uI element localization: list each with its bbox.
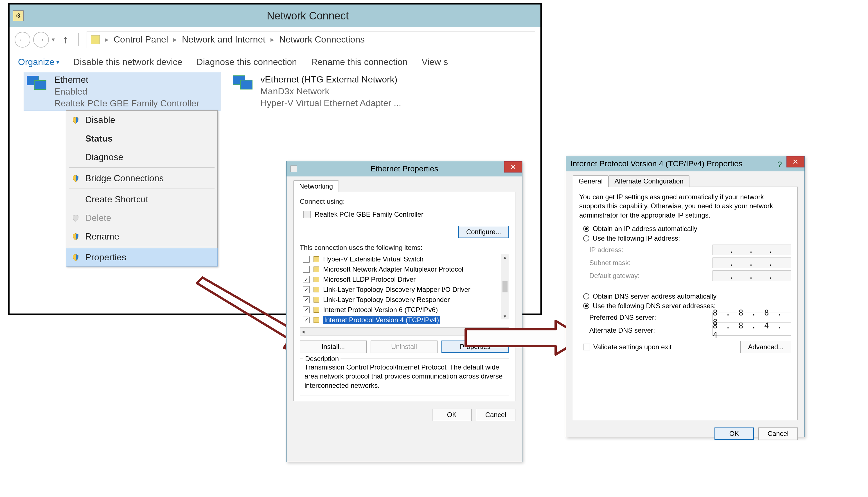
alternate-dns-field[interactable]: 8 . 8 . 4 . 4 — [712, 325, 791, 336]
help-button[interactable]: ? — [777, 159, 782, 169]
diagnose-button[interactable]: Diagnose this connection — [196, 57, 297, 67]
protocol-icon — [313, 287, 319, 293]
ok-button[interactable]: OK — [715, 427, 754, 440]
ctx-diagnose[interactable]: Diagnose — [66, 148, 217, 166]
description-title: Description — [304, 355, 340, 363]
shield-icon — [72, 232, 79, 240]
checkbox-icon[interactable]: ✓ — [303, 307, 310, 313]
protocol-icon — [313, 256, 319, 262]
shield-icon — [72, 214, 79, 222]
radio-label: Obtain an IP address automatically — [593, 225, 697, 233]
network-item[interactable]: Hyper-V Extensible Virtual Switch — [300, 254, 509, 264]
network-adapter-icon — [26, 74, 51, 99]
up-button[interactable]: ↑ — [63, 33, 68, 46]
ctx-create-shortcut[interactable]: Create Shortcut — [66, 190, 217, 209]
back-button[interactable]: ← — [15, 32, 30, 47]
ctx-bridge[interactable]: Bridge Connections — [66, 169, 217, 187]
checkbox-icon — [583, 344, 590, 350]
items-listbox[interactable]: Hyper-V Extensible Virtual SwitchMicroso… — [300, 254, 509, 336]
separator — [78, 33, 79, 46]
adapter-icon — [291, 166, 297, 172]
checkbox-icon[interactable] — [303, 266, 310, 273]
separator — [69, 188, 215, 189]
tab-networking[interactable]: Networking — [293, 180, 339, 192]
subnet-mask-field: . . . — [712, 257, 791, 268]
disable-device-button[interactable]: Disable this network device — [73, 57, 182, 67]
checkbox-icon[interactable]: ✓ — [303, 286, 310, 293]
shield-icon — [72, 253, 79, 261]
configure-button[interactable]: Configure... — [458, 226, 509, 238]
ctx-properties[interactable]: Properties — [66, 248, 218, 267]
checkbox-icon[interactable]: ✓ — [303, 296, 310, 303]
chevron-right-icon[interactable]: ▸ — [173, 35, 177, 44]
ctx-status[interactable]: Status — [66, 129, 217, 148]
breadcrumb-segment[interactable]: Network Connections — [279, 34, 365, 45]
ctx-label: Create Shortcut — [85, 194, 148, 204]
tab-alternate[interactable]: Alternate Configuration — [608, 175, 689, 187]
radio-auto-dns[interactable]: Obtain DNS server address automatically — [583, 293, 791, 300]
vertical-scrollbar[interactable]: ▴▾ — [501, 254, 509, 320]
network-adapter-icon — [232, 74, 257, 99]
install-button[interactable]: Install... — [300, 341, 367, 353]
tabstrip: Networking — [293, 180, 515, 192]
intro-text: You can get IP settings assigned automat… — [579, 193, 791, 220]
ip-address-field: . . . — [712, 244, 791, 255]
close-button[interactable]: ✕ — [786, 156, 805, 168]
tab-general[interactable]: General — [573, 175, 608, 187]
network-item[interactable]: Microsoft Network Adapter Multiplexor Pr… — [300, 264, 509, 274]
radio-use-ip[interactable]: Use the following IP address: — [583, 235, 791, 242]
breadcrumb-segment[interactable]: Network and Internet — [182, 34, 265, 45]
ok-button[interactable]: OK — [432, 409, 472, 421]
network-item[interactable]: ✓Link-Layer Topology Discovery Mapper I/… — [300, 285, 509, 295]
radio-icon — [583, 226, 589, 232]
checkbox-icon[interactable]: ✓ — [303, 276, 310, 283]
chevron-right-icon[interactable]: ▸ — [270, 35, 274, 44]
network-item[interactable]: ✓Link-Layer Topology Discovery Responder — [300, 295, 509, 305]
preferred-dns-label: Preferred DNS server: — [589, 313, 656, 322]
chevron-right-icon[interactable]: ▸ — [105, 35, 108, 44]
view-menu[interactable]: View s — [422, 57, 448, 67]
ctx-rename[interactable]: Rename — [66, 227, 217, 246]
description-text: Transmission Control Protocol/Internet P… — [305, 363, 504, 390]
ipv4-properties-dialog: Internet Protocol Version 4 (TCP/IPv4) P… — [566, 156, 805, 437]
tabstrip: General Alternate Configuration — [573, 175, 798, 187]
ctx-label: Properties — [85, 252, 126, 262]
protocol-icon — [313, 297, 319, 302]
ctx-disable[interactable]: Disable — [66, 111, 217, 129]
cancel-button[interactable]: Cancel — [758, 427, 798, 440]
window-title: Network Connect — [267, 10, 349, 22]
properties-button[interactable]: Properties — [441, 341, 509, 353]
organize-menu[interactable]: Organize — [18, 57, 59, 67]
protocol-icon — [313, 307, 319, 313]
connection-device: Hyper-V Virtual Ethernet Adapter ... — [260, 97, 401, 109]
ethernet-properties-dialog: Ethernet Properties ✕ Networking Connect… — [286, 161, 523, 462]
connection-device: Realtek PCIe GBE Family Controller — [54, 98, 200, 109]
history-dropdown-icon[interactable]: ▾ — [52, 36, 55, 43]
radio-label: Obtain DNS server address automatically — [593, 293, 717, 300]
connection-item-ethernet[interactable]: Ethernet Enabled Realtek PCIe GBE Family… — [24, 72, 220, 111]
adapter-name: Realtek PCIe GBE Family Controller — [315, 211, 424, 218]
main-titlebar: ⚙ Network Connect — [10, 4, 541, 27]
network-item[interactable]: ✓Internet Protocol Version 6 (TCP/IPv6) — [300, 305, 509, 315]
advanced-button[interactable]: Advanced... — [740, 341, 791, 353]
horizontal-scrollbar[interactable]: ◂▸ — [300, 327, 509, 335]
ctx-label: Rename — [85, 231, 119, 242]
breadcrumb[interactable]: ▸ Control Panel ▸ Network and Internet ▸… — [87, 31, 535, 48]
radio-auto-ip[interactable]: Obtain an IP address automatically — [583, 225, 791, 233]
ctx-label: Delete — [85, 213, 111, 223]
ctx-label: Status — [85, 133, 113, 144]
connection-item-vethernet[interactable]: vEthernet (HTG External Network) ManD3x … — [232, 74, 401, 109]
forward-button[interactable]: → — [33, 32, 49, 47]
network-item[interactable]: ✓Internet Protocol Version 4 (TCP/IPv4) — [300, 315, 509, 325]
cancel-button[interactable]: Cancel — [476, 409, 515, 421]
checkbox-icon[interactable]: ✓ — [303, 317, 310, 323]
item-label: Internet Protocol Version 4 (TCP/IPv4) — [323, 316, 440, 324]
close-button[interactable]: ✕ — [504, 161, 522, 172]
shield-icon — [72, 174, 79, 182]
ctx-delete: Delete — [66, 209, 217, 227]
dialog-titlebar: Ethernet Properties ✕ — [286, 161, 522, 176]
rename-button[interactable]: Rename this connection — [311, 57, 408, 67]
network-item[interactable]: ✓Microsoft LLDP Protocol Driver — [300, 274, 509, 285]
breadcrumb-segment[interactable]: Control Panel — [114, 34, 168, 45]
checkbox-icon[interactable] — [303, 256, 310, 262]
